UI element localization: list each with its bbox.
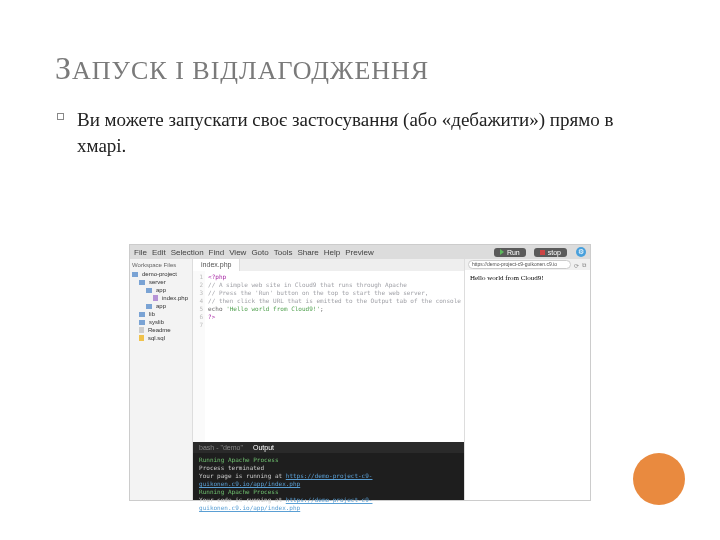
menu-goto[interactable]: Goto xyxy=(251,248,268,257)
menu-tools[interactable]: Tools xyxy=(274,248,293,257)
code-lines: <?php// A simple web site in Cloud9 that… xyxy=(205,271,464,442)
slide: ЗАПУСК І ВІДЛАГОДЖЕННЯ Ви можете запуска… xyxy=(0,0,720,540)
slide-title: ЗАПУСК І ВІДЛАГОДЖЕННЯ xyxy=(55,50,665,87)
file-tree: Workspace Files demo-projectserverappind… xyxy=(130,259,193,500)
menu-help[interactable]: Help xyxy=(324,248,340,257)
editor-pane: index.php 1 2 3 4 5 6 7 <?php// A simple… xyxy=(193,259,465,500)
console: bash - "demo" Output Running Apache Proc… xyxy=(193,442,464,500)
menu-selection[interactable]: Selection xyxy=(171,248,204,257)
code-area[interactable]: 1 2 3 4 5 6 7 <?php// A simple web site … xyxy=(193,271,464,442)
reload-icon[interactable]: ⟳ xyxy=(573,262,579,268)
editor-tab[interactable]: index.php xyxy=(193,259,240,271)
run-button[interactable]: Run xyxy=(494,248,526,257)
gutter: 1 2 3 4 5 6 7 xyxy=(193,271,205,442)
console-output: Running Apache ProcessProcess terminated… xyxy=(193,453,464,515)
tree-item[interactable]: lib xyxy=(132,310,190,318)
workspace: Workspace Files demo-projectserverappind… xyxy=(130,259,590,500)
tree-item[interactable]: sql.sql xyxy=(132,334,190,342)
menu-find[interactable]: Find xyxy=(209,248,225,257)
editor-tabs: index.php xyxy=(193,259,464,271)
menu-share[interactable]: Share xyxy=(297,248,318,257)
menu-edit[interactable]: Edit xyxy=(152,248,166,257)
console-tabs: bash - "demo" Output xyxy=(193,442,464,453)
title-rest: АПУСК І ВІДЛАГОДЖЕННЯ xyxy=(72,56,429,85)
preview-pane: https://demo-project-c9-guikonen.c9.io ⟳… xyxy=(465,259,590,500)
menu-preview[interactable]: Preview xyxy=(345,248,373,257)
tree-item[interactable]: app xyxy=(132,286,190,294)
title-cap: З xyxy=(55,50,72,86)
tree-item[interactable]: app xyxy=(132,302,190,310)
url-bar: https://demo-project-c9-guikonen.c9.io ⟳… xyxy=(465,259,590,270)
tree-item[interactable]: server xyxy=(132,278,190,286)
stop-button[interactable]: stop xyxy=(534,248,567,257)
console-tab-bash[interactable]: bash - "demo" xyxy=(199,444,243,451)
menu-file[interactable]: File xyxy=(134,248,147,257)
preview-page: Hello world from Cloud9! xyxy=(465,270,590,500)
tree-item[interactable]: demo-project xyxy=(132,270,190,278)
url-field[interactable]: https://demo-project-c9-guikonen.c9.io xyxy=(468,260,571,269)
menubar: File Edit Selection Find View Goto Tools… xyxy=(130,245,590,259)
tree-item[interactable]: index.php xyxy=(132,294,190,302)
body-text: Ви можете запускати своє застосування (а… xyxy=(55,107,665,158)
console-tab-output[interactable]: Output xyxy=(253,444,274,451)
ide-screenshot: File Edit Selection Find View Goto Tools… xyxy=(130,245,590,500)
decor-circle xyxy=(633,453,685,505)
popout-icon[interactable]: ⧉ xyxy=(581,262,587,268)
preview-text: Hello world from Cloud9! xyxy=(470,274,544,282)
tree-item[interactable]: syslib xyxy=(132,318,190,326)
menu-view[interactable]: View xyxy=(229,248,246,257)
tree-item[interactable]: Readme xyxy=(132,326,190,334)
settings-icon[interactable]: ⚙ xyxy=(576,247,586,257)
sidebar-title: Workspace Files xyxy=(132,262,190,268)
